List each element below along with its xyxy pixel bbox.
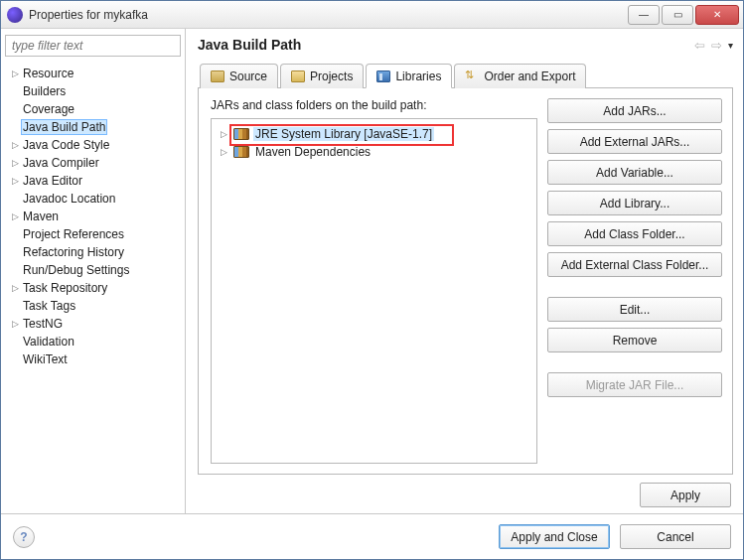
remove-button[interactable]: Remove — [547, 328, 722, 352]
window-buttons: — ▭ ✕ — [626, 5, 739, 25]
expand-arrow-icon: ▷ — [218, 147, 229, 157]
expand-arrow-icon: ▷ — [9, 158, 21, 168]
apply-and-close-button[interactable]: Apply and Close — [499, 524, 610, 549]
sidebar-item-label: WikiText — [21, 352, 70, 366]
tab-projects[interactable]: Projects — [280, 64, 364, 88]
nav-toolbar: ⇦ ⇨ ▾ — [694, 38, 733, 53]
page-title: Java Build Path — [198, 37, 301, 53]
libraries-button-column: Add JARs... Add External JARs... Add Var… — [547, 98, 722, 464]
libraries-panel: JARs and class folders on the build path… — [198, 88, 733, 475]
eclipse-icon — [7, 7, 23, 23]
library-entry[interactable]: ▷JRE System Library [JavaSE-1.7] — [218, 125, 530, 143]
expand-arrow-icon: ▷ — [9, 319, 21, 329]
sidebar-item-label: Refactoring History — [21, 245, 126, 259]
order-icon — [465, 70, 479, 82]
sidebar-item-label: Java Build Path — [21, 119, 107, 135]
tab-order-and-export[interactable]: Order and Export — [454, 64, 586, 88]
sidebar-item[interactable]: ▷TestNG — [5, 315, 181, 333]
add-external-class-folder-button[interactable]: Add External Class Folder... — [547, 252, 722, 277]
sidebar-item[interactable]: ▷Java Editor — [5, 172, 181, 190]
migrate-jar-button: Migrate JAR File... — [547, 372, 722, 397]
sidebar-item[interactable]: Builders — [5, 82, 181, 100]
back-icon[interactable]: ⇦ — [694, 38, 705, 53]
library-icon — [233, 146, 249, 158]
sidebar-item[interactable]: ▷Resource — [5, 65, 181, 82]
tab-source[interactable]: Source — [200, 64, 278, 88]
add-jars-button[interactable]: Add JARs... — [547, 98, 722, 123]
libraries-caption: JARs and class folders on the build path… — [211, 98, 537, 112]
sidebar-item-label: Task Repository — [21, 281, 109, 295]
sidebar-item[interactable]: Task Tags — [5, 297, 181, 315]
category-tree[interactable]: ▷ResourceBuildersCoverageJava Build Path… — [5, 63, 181, 507]
expand-arrow-icon: ▷ — [9, 140, 21, 150]
sidebar-item-label: Validation — [21, 335, 76, 349]
apply-row: Apply — [198, 475, 733, 507]
content-pane: Java Build Path ⇦ ⇨ ▾ SourceProjectsLibr… — [186, 29, 743, 513]
sidebar-item[interactable]: Validation — [5, 333, 181, 350]
help-icon[interactable]: ? — [13, 526, 35, 548]
sidebar-item[interactable]: Coverage — [5, 100, 181, 118]
tab-label: Source — [229, 70, 267, 83]
sidebar-item-label: Java Compiler — [21, 156, 101, 170]
dialog-footer: ? Apply and Close Cancel — [1, 513, 743, 559]
libraries-list[interactable]: ▷JRE System Library [JavaSE-1.7]▷Maven D… — [211, 118, 537, 464]
library-entry-label: JRE System Library [JavaSE-1.7] — [253, 127, 434, 141]
expand-arrow-icon: ▷ — [9, 211, 21, 221]
tab-label: Order and Export — [484, 70, 575, 83]
sidebar-item-label: Java Editor — [21, 174, 84, 188]
expand-arrow-icon: ▷ — [9, 69, 21, 78]
sidebar-item[interactable]: Javadoc Location — [5, 190, 181, 208]
cancel-button[interactable]: Cancel — [620, 524, 731, 549]
sidebar-item-label: Run/Debug Settings — [21, 263, 131, 277]
footer-buttons: Apply and Close Cancel — [499, 524, 731, 549]
view-menu-icon[interactable]: ▾ — [728, 40, 733, 51]
tab-label: Libraries — [395, 70, 441, 83]
proj-icon — [291, 70, 305, 82]
libraries-left: JARs and class folders on the build path… — [211, 98, 537, 464]
sidebar-item[interactable]: ▷Java Code Style — [5, 136, 181, 154]
expand-arrow-icon: ▷ — [9, 283, 21, 293]
lib-icon — [376, 70, 390, 82]
library-icon — [233, 128, 249, 140]
add-class-folder-button[interactable]: Add Class Folder... — [547, 221, 722, 246]
sidebar-item-label: Project References — [21, 227, 126, 241]
sidebar: ▷ResourceBuildersCoverageJava Build Path… — [1, 29, 186, 513]
src-icon — [211, 70, 224, 82]
tab-libraries[interactable]: Libraries — [366, 64, 452, 88]
close-button[interactable]: ✕ — [695, 5, 739, 25]
add-library-button[interactable]: Add Library... — [547, 191, 722, 215]
sidebar-item[interactable]: ▷Task Repository — [5, 279, 181, 297]
add-external-jars-button[interactable]: Add External JARs... — [547, 129, 722, 154]
forward-icon[interactable]: ⇨ — [711, 38, 722, 53]
expand-arrow-icon: ▷ — [218, 129, 229, 139]
content-header: Java Build Path ⇦ ⇨ ▾ — [198, 37, 733, 53]
sidebar-item[interactable]: WikiText — [5, 350, 181, 368]
sidebar-item[interactable]: Refactoring History — [5, 243, 181, 261]
sidebar-item[interactable]: Java Build Path — [5, 118, 181, 136]
library-entry-label: Maven Dependencies — [253, 145, 372, 159]
titlebar: Properties for mykafka — ▭ ✕ — [1, 1, 743, 29]
minimize-button[interactable]: — — [628, 5, 660, 25]
window-title: Properties for mykafka — [29, 8, 626, 22]
apply-button[interactable]: Apply — [640, 483, 731, 507]
edit-button[interactable]: Edit... — [547, 297, 722, 322]
sidebar-item-label: Maven — [21, 210, 61, 223]
sidebar-item-label: Java Code Style — [21, 138, 111, 152]
sidebar-item-label: Coverage — [21, 102, 76, 116]
add-variable-button[interactable]: Add Variable... — [547, 160, 722, 185]
properties-dialog: Properties for mykafka — ▭ ✕ ▷ResourceBu… — [0, 0, 744, 560]
sidebar-item-label: Javadoc Location — [21, 192, 117, 206]
library-entry[interactable]: ▷Maven Dependencies — [218, 143, 530, 161]
sidebar-item[interactable]: ▷Java Compiler — [5, 154, 181, 172]
tabstrip: SourceProjectsLibrariesOrder and Export — [198, 63, 733, 88]
maximize-button[interactable]: ▭ — [662, 5, 693, 25]
expand-arrow-icon: ▷ — [9, 176, 21, 186]
tab-label: Projects — [310, 70, 353, 83]
sidebar-item-label: Task Tags — [21, 299, 77, 313]
sidebar-item[interactable]: Project References — [5, 225, 181, 243]
sidebar-item-label: Builders — [21, 84, 68, 98]
sidebar-item[interactable]: Run/Debug Settings — [5, 261, 181, 279]
sidebar-item[interactable]: ▷Maven — [5, 208, 181, 225]
sidebar-item-label: TestNG — [21, 317, 65, 331]
filter-input[interactable] — [5, 35, 181, 57]
